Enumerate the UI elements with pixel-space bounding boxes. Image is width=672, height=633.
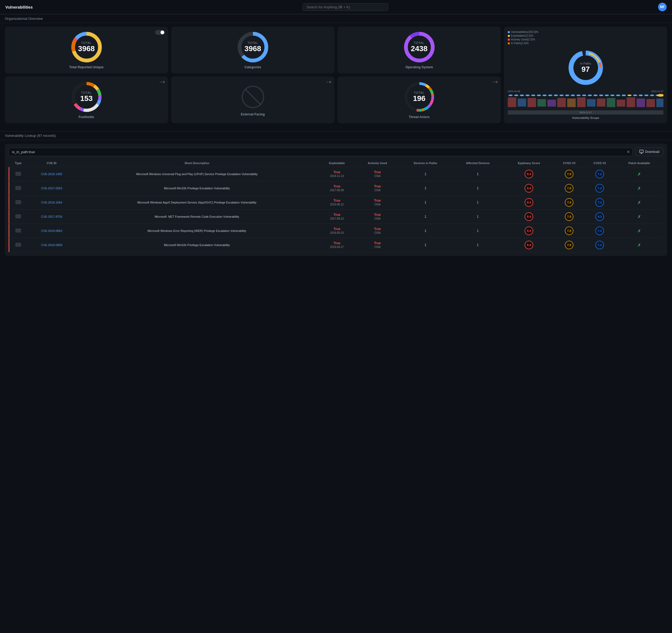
- avatar[interactable]: MF: [658, 3, 667, 11]
- svg-point-37: [627, 95, 631, 96]
- cell-epiphany-score: 9.4: [504, 210, 554, 224]
- cell-cvss-v2: 9.3: [584, 210, 615, 224]
- cell-description: Microsoft .NET Framework Remote Code Exe…: [75, 210, 318, 224]
- lookup-container: ✕ Download Type CVE ID Short Description: [5, 144, 667, 256]
- cell-exploitable: True 2017-05-09: [318, 181, 355, 196]
- global-search-input[interactable]: [303, 3, 388, 11]
- timeline-dots: [508, 94, 664, 97]
- scope-center: In Paths 97: [580, 62, 591, 74]
- table-row[interactable]: CVE-2017-0263 Microsoft Win32k Privilege…: [8, 181, 664, 196]
- cell-description: Microsoft Windows AppX Deployment Servic…: [75, 196, 318, 210]
- cell-affected-devices: 1: [452, 210, 504, 224]
- vulnerability-table: Type CVE ID Short Description Exploitabl…: [8, 159, 664, 252]
- cell-affected-devices: 1: [452, 181, 504, 196]
- cell-cve-id[interactable]: CVE-2019-1405: [28, 167, 75, 181]
- patch-available-icon: ✗: [638, 200, 641, 205]
- os-center: TOTAL 2438: [411, 41, 427, 53]
- svg-point-24: [554, 95, 558, 96]
- cell-cve-id[interactable]: CVE-2019-1064: [28, 196, 75, 210]
- svg-rect-46: [528, 98, 536, 107]
- svg-point-21: [537, 95, 541, 96]
- th-cve: CVE ID: [28, 159, 75, 167]
- download-button[interactable]: Download: [635, 148, 664, 156]
- categories-donut: TOTAL 3968: [237, 31, 269, 63]
- type-file-icon: [16, 214, 21, 218]
- app-header: Vulnerabilities MF: [0, 0, 672, 14]
- th-cvss-v3: CVSS V3: [554, 159, 584, 167]
- cell-type: [8, 196, 28, 210]
- svg-point-22: [542, 95, 547, 96]
- type-file-icon: [16, 200, 21, 204]
- svg-rect-57: [637, 99, 645, 107]
- table-row[interactable]: CVE-2019-0859 Microsoft Win32k Privilege…: [8, 238, 664, 252]
- org-overview-section: TOTAL 3968 Total Reported Unique TOTAL 3…: [0, 23, 672, 131]
- svg-rect-58: [647, 99, 655, 107]
- patch-available-icon: ✗: [638, 172, 641, 176]
- card-label-1: Total Reported Unique: [69, 65, 104, 69]
- table-row[interactable]: CVE-2019-0863 Microsoft Windows Error Re…: [8, 224, 664, 238]
- legend-item-2: Actively Used(3.3)%: [508, 38, 664, 41]
- toggle-switch[interactable]: [155, 30, 165, 35]
- total-num-2: 3968: [244, 45, 261, 53]
- th-actively-used: Actively Used: [355, 159, 399, 167]
- th-patch: Patch Available: [615, 159, 664, 167]
- legend-item-1: Exploitable(15.6)%: [508, 34, 664, 37]
- card-label-3: Operating System: [405, 65, 433, 69]
- patch-available-icon: ✗: [638, 243, 641, 247]
- cell-affected-devices: 1: [452, 238, 504, 252]
- timeline-start: 2023-10-28: [508, 90, 520, 93]
- svg-rect-48: [547, 100, 556, 107]
- svg-point-26: [565, 95, 569, 96]
- table-body: CVE-2019-1405 Microsoft Windows Universa…: [8, 167, 664, 252]
- clear-search-button[interactable]: ✕: [627, 150, 630, 154]
- cell-cvss-v2: 7.2: [584, 238, 615, 252]
- svg-point-34: [610, 95, 615, 96]
- type-file-icon: [16, 243, 21, 247]
- svg-point-28: [576, 95, 581, 96]
- lookup-search-input[interactable]: [8, 148, 632, 156]
- cell-description: Microsoft Windows Universal Plug and Pla…: [75, 167, 318, 181]
- lookup-section: ✕ Download Type CVE ID Short Description: [0, 140, 672, 260]
- legend-item-0: Vulnerabilities(100.0)%: [508, 30, 664, 33]
- svg-point-33: [605, 95, 609, 96]
- legend-dot-2: [508, 39, 510, 41]
- total-reported-center: TOTAL 3968: [78, 41, 95, 53]
- table-row[interactable]: CVE-2019-1405 Microsoft Windows Universa…: [8, 167, 664, 181]
- total-label-1: TOTAL: [78, 41, 95, 45]
- cell-cve-id[interactable]: CVE-2017-0263: [28, 181, 75, 196]
- cell-cve-id[interactable]: CVE-2017-8759: [28, 210, 75, 224]
- cell-exploitable: True 2017-09-12: [318, 210, 355, 224]
- svg-point-35: [616, 95, 620, 96]
- th-affected-devices: Affected Devices: [452, 159, 504, 167]
- footholds-center: TOTAL 153: [80, 91, 93, 103]
- cell-cve-id[interactable]: CVE-2019-0863: [28, 224, 75, 238]
- cell-description: Microsoft Win32k Privilege Escalation Vu…: [75, 238, 318, 252]
- card-total-reported: TOTAL 3968 Total Reported Unique: [5, 27, 168, 73]
- card-label-5: External Facing: [241, 112, 265, 116]
- svg-rect-45: [518, 99, 526, 107]
- svg-point-27: [571, 95, 575, 96]
- svg-rect-86: [640, 151, 643, 152]
- cell-type: [8, 224, 28, 238]
- footholds-donut: TOTAL 153: [70, 81, 103, 113]
- cell-exploitable: True 2019-05-23: [318, 224, 355, 238]
- cell-exploitable: True 2019-06-12: [318, 196, 355, 210]
- table-row[interactable]: CVE-2019-1064 Microsoft Windows AppX Dep…: [8, 196, 664, 210]
- cell-type: [8, 181, 28, 196]
- timeline-selected-date[interactable]: 2023-11-27: [508, 110, 664, 115]
- total-num-1: 3968: [78, 45, 95, 53]
- svg-rect-59: [656, 99, 664, 107]
- svg-point-19: [525, 95, 530, 96]
- cell-cve-id[interactable]: CVE-2019-0859: [28, 238, 75, 252]
- threat-actors-center: TOTAL 196: [413, 91, 426, 103]
- scope-inpaths-label: In Paths: [580, 62, 591, 65]
- scope-donut-area: In Paths 97: [508, 48, 664, 88]
- cell-actively-used: True CISA: [355, 181, 399, 196]
- scope-timeline: 2023-10-28 2023-11-27: [508, 90, 664, 120]
- threat-actors-arrow-icon[interactable]: →≡: [492, 80, 498, 84]
- external-facing-arrow-icon[interactable]: →≡: [325, 80, 331, 84]
- lookup-search-wrap: ✕: [8, 148, 632, 156]
- cell-devices-paths: 1: [400, 167, 452, 181]
- footholds-arrow-icon[interactable]: →≡: [159, 80, 165, 84]
- table-row[interactable]: CVE-2017-8759 Microsoft .NET Framework R…: [8, 210, 664, 224]
